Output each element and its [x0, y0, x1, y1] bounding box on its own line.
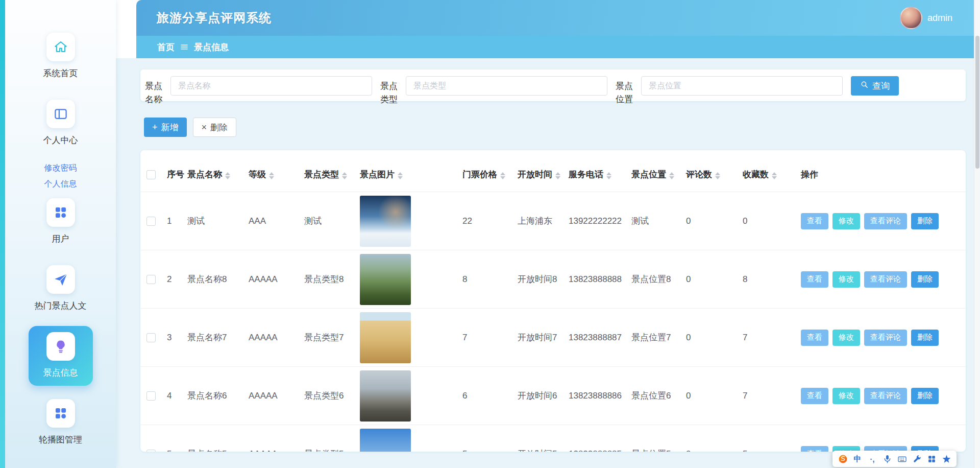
column-header-open_time[interactable]: 开放时间 [511, 153, 562, 192]
view-button[interactable]: 查看 [801, 388, 828, 404]
cell-phone: 13823888885 [562, 425, 625, 452]
cell-name: 景点名称6 [181, 367, 242, 425]
field-label: 景点位置 [616, 80, 636, 106]
edit-button[interactable]: 修改 [832, 388, 860, 404]
sidebar-item-label: 系统首页 [43, 67, 78, 79]
sort-caret[interactable] [225, 172, 230, 179]
sort-caret[interactable] [606, 172, 611, 179]
sidebar-item-carousel[interactable]: 轮播图管理 [29, 393, 93, 453]
select-all-checkbox[interactable] [146, 170, 156, 179]
attraction-type-input[interactable] [406, 76, 607, 96]
row-checkbox[interactable] [146, 450, 156, 452]
sort-caret[interactable] [715, 172, 720, 179]
grid-small-icon[interactable] [926, 453, 937, 464]
sidebar-item-label: 热门景点人文 [35, 300, 87, 312]
ime-toolbar[interactable]: 中·, [832, 451, 957, 467]
search-field-group: 景点名称 [145, 69, 372, 106]
row-delete-button[interactable]: 删除 [911, 213, 939, 229]
plus-icon: + [152, 123, 158, 132]
cell-comments: 0 [680, 425, 737, 452]
topbar: 旅游分享点评网系统 admin [136, 0, 980, 36]
view-button[interactable]: 查看 [801, 446, 828, 452]
cell-open-time: 上海浦东 [511, 192, 562, 250]
edit-button[interactable]: 修改 [832, 213, 860, 229]
sort-caret[interactable] [398, 172, 403, 179]
cell-no: 2 [161, 250, 181, 309]
column-header-actions: 操作 [795, 153, 966, 192]
sort-caret[interactable] [500, 172, 505, 179]
sidebar-item-profile[interactable]: 个人中心 [29, 93, 93, 153]
attraction-image [360, 429, 411, 452]
star-icon[interactable] [941, 453, 951, 464]
sort-caret[interactable] [269, 172, 274, 179]
scrollbar[interactable] [974, 0, 980, 468]
user-menu[interactable]: admin [900, 7, 952, 29]
punctuation-icon[interactable]: ·, [867, 453, 877, 464]
attraction-location-input[interactable] [641, 76, 843, 96]
view-button[interactable]: 查看 [801, 213, 828, 229]
field-label: 景点类型 [380, 80, 401, 106]
row-delete-button[interactable]: 删除 [911, 388, 939, 404]
view-comments-button[interactable]: 查看评论 [864, 271, 907, 288]
cell-comments: 0 [680, 250, 737, 309]
view-comments-button[interactable]: 查看评论 [864, 388, 907, 404]
query-button[interactable]: 查询 [851, 76, 899, 96]
column-header-image[interactable]: 景点图片 [354, 153, 456, 192]
chinese-mode-icon[interactable]: 中 [852, 453, 863, 464]
column-header-name[interactable]: 景点名称 [181, 153, 242, 192]
breadcrumb-home[interactable]: 首页 [157, 41, 175, 53]
view-button[interactable]: 查看 [801, 330, 828, 346]
sidebar-link-info[interactable]: 个人信息 [44, 179, 77, 190]
row-delete-button[interactable]: 删除 [911, 330, 939, 346]
sidebar-item-hot[interactable]: 热门景点人文 [29, 259, 93, 319]
sidebar-item-spots[interactable]: 景点信息 [29, 326, 93, 386]
mic-icon[interactable] [882, 453, 892, 464]
view-comments-button[interactable]: 查看评论 [864, 213, 907, 229]
wrench-icon[interactable] [912, 453, 922, 464]
row-delete-button[interactable]: 删除 [911, 271, 939, 288]
column-header-no: 序号 [161, 153, 181, 192]
add-button[interactable]: + 新增 [144, 118, 187, 137]
column-header-type[interactable]: 景点类型 [298, 153, 354, 192]
row-checkbox[interactable] [146, 391, 156, 401]
cell-actions: 查看修改查看评论删除 [795, 192, 966, 250]
sidebar-item-users[interactable]: 用户 [29, 192, 93, 252]
sort-caret[interactable] [772, 172, 777, 179]
sort-caret[interactable] [342, 172, 347, 179]
column-header-level[interactable]: 等级 [242, 153, 298, 192]
attraction-name-input[interactable] [170, 76, 372, 96]
view-comments-button[interactable]: 查看评论 [864, 330, 907, 346]
sidebar-item-home[interactable]: 系统首页 [29, 27, 93, 86]
column-header-comments[interactable]: 评论数 [680, 153, 737, 192]
query-button-label: 查询 [872, 80, 890, 92]
breadcrumb: 首页 景点信息 [136, 36, 980, 58]
row-checkbox[interactable] [146, 217, 156, 226]
cell-image [354, 425, 456, 452]
cell-favorites: 5 [737, 425, 795, 452]
keyboard-icon[interactable] [897, 453, 907, 464]
row-actions: 查看修改查看评论删除 [801, 388, 966, 404]
bulk-delete-button[interactable]: × 删除 [193, 118, 237, 137]
cell-name: 景点名称7 [181, 309, 242, 367]
scrollbar-thumb[interactable] [975, 36, 979, 169]
column-header-favorites[interactable]: 收藏数 [737, 153, 795, 192]
panel-icon [46, 100, 75, 128]
grid-icon [46, 399, 75, 428]
edit-button[interactable]: 修改 [832, 330, 860, 346]
sort-caret[interactable] [669, 172, 674, 179]
sogou-logo-icon[interactable] [838, 453, 848, 464]
row-actions: 查看修改查看评论删除 [801, 213, 966, 229]
row-checkbox[interactable] [146, 333, 156, 342]
column-header-phone[interactable]: 服务电话 [562, 153, 625, 192]
view-button[interactable]: 查看 [801, 271, 828, 288]
sort-caret[interactable] [555, 172, 560, 179]
cell-favorites: 8 [737, 250, 795, 309]
edit-button[interactable]: 修改 [832, 271, 860, 288]
column-header-price[interactable]: 门票价格 [456, 153, 511, 192]
cell-phone: 13922222222 [562, 192, 625, 250]
column-header-location[interactable]: 景点位置 [625, 153, 680, 192]
row-checkbox[interactable] [146, 275, 156, 284]
sidebar-link-password[interactable]: 修改密码 [44, 163, 77, 174]
cell-actions: 查看修改查看评论删除 [795, 250, 966, 309]
avatar[interactable] [900, 7, 922, 29]
